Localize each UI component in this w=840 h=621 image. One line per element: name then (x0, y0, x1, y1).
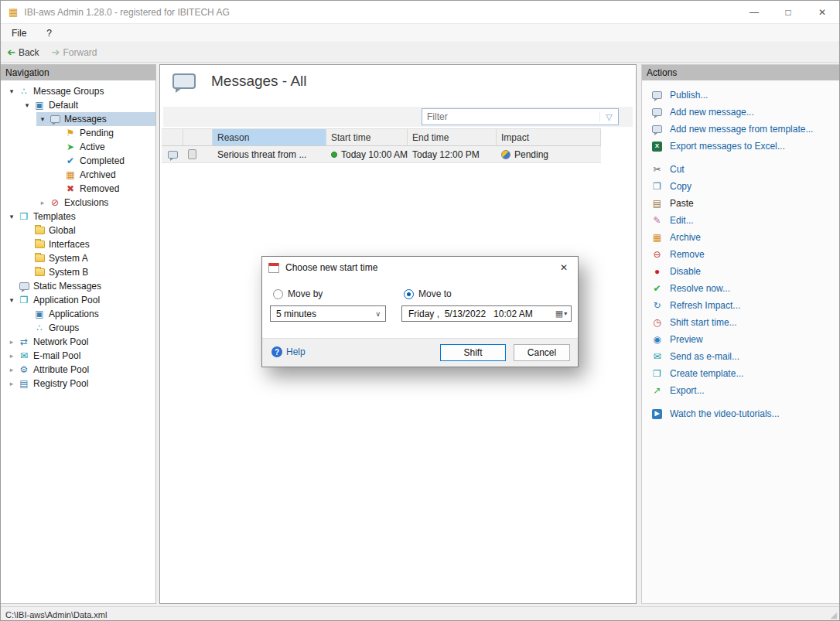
column-header-impact[interactable]: Impact (497, 129, 601, 145)
tree-item-application-pool[interactable]: ▾ ❐ Application Pool (5, 293, 155, 307)
tree-item-global[interactable]: Global (21, 223, 155, 237)
chevron-right-icon[interactable]: ▸ (5, 380, 18, 387)
column-header-end-time[interactable]: End time (408, 129, 497, 145)
action-add-new-message[interactable]: Add new message... (642, 104, 840, 121)
navigation-panel: Navigation ▾ ∴ Message Groups ▾ ▣ Defaul… (1, 64, 156, 604)
actions-header: Actions (642, 65, 840, 80)
action-cut[interactable]: ✂ Cut (642, 161, 840, 178)
tree-item-registry-pool[interactable]: ▸ ▤ Registry Pool (5, 377, 155, 391)
dialog-close-icon[interactable]: ✕ (550, 257, 578, 278)
tree-item-exclusions[interactable]: ▸ ⊘ Exclusions (36, 196, 155, 210)
message-groups-icon: ∴ (18, 87, 30, 96)
column-header-start-time[interactable]: Start time (326, 129, 408, 145)
remove-icon: ⊖ (651, 250, 663, 259)
action-archive[interactable]: ▦ Archive (642, 229, 840, 246)
tree-item-email-pool[interactable]: ▸ ✉ E-mail Pool (5, 349, 155, 363)
tree-item-groups[interactable]: ∴ Groups (21, 321, 155, 335)
action-add-message-from-template[interactable]: Add new message from template... (642, 121, 840, 138)
tree-item-removed[interactable]: ✖ Removed (52, 182, 155, 196)
chevron-right-icon[interactable]: ▸ (36, 199, 49, 206)
close-button[interactable]: ✕ (805, 1, 839, 23)
tree-item-templates[interactable]: ▾ ❒ Templates (5, 210, 155, 223)
maximize-button[interactable]: □ (771, 1, 805, 23)
tree-item-completed[interactable]: ✔ Completed (52, 154, 155, 168)
tree-label: System B (49, 267, 88, 278)
registry-pool-icon: ▤ (18, 379, 30, 388)
menu-file[interactable]: File (12, 28, 26, 39)
tree-item-interfaces[interactable]: Interfaces (21, 237, 155, 251)
calendar-dropdown-button[interactable]: ▦ ▾ (551, 306, 571, 321)
shift-button[interactable]: Shift (440, 344, 506, 361)
chevron-right-icon[interactable]: ▸ (5, 366, 18, 374)
resize-grip[interactable]: ◢ (831, 610, 837, 620)
date-time-input[interactable]: Friday , 5/13/2022 10:02 AM ▦ ▾ (401, 305, 572, 322)
calendar-dialog-icon (268, 263, 279, 273)
cancel-button[interactable]: Cancel (514, 344, 570, 361)
action-label: Paste (670, 198, 694, 209)
action-paste[interactable]: ▤ Paste (642, 195, 840, 212)
radio-unselected-icon[interactable] (273, 289, 283, 299)
action-resolve-now[interactable]: ✔ Resolve now... (642, 280, 840, 297)
action-watch-video-tutorials[interactable]: ▶ Watch the video-tutorials... (642, 405, 840, 422)
action-export[interactable]: ↗ Export... (642, 382, 840, 399)
date-time-value: Friday , 5/13/2022 10:02 AM (402, 309, 533, 319)
tree-item-system-a[interactable]: System A (21, 251, 155, 265)
tree-item-default[interactable]: ▾ ▣ Default (21, 98, 155, 112)
tree-item-pending[interactable]: ⚑ Pending (52, 126, 155, 140)
filter-input[interactable] (422, 111, 599, 122)
table-header: Reason Start time End time Impact (162, 128, 601, 146)
table-row[interactable]: Serious threat from ... Today 10:00 AM T… (162, 146, 601, 163)
interval-select[interactable]: 5 minutes ∨ (270, 305, 386, 322)
action-label: Copy (670, 181, 691, 192)
action-publish[interactable]: Publish... (642, 87, 840, 104)
chevron-down-icon[interactable]: ▾ (21, 101, 33, 109)
chevron-right-icon[interactable]: ▸ (5, 352, 18, 360)
action-shift-start-time[interactable]: ◷ Shift start time... (642, 314, 840, 331)
column-header-type[interactable] (162, 129, 183, 145)
radio-selected-icon[interactable] (404, 289, 414, 299)
back-button[interactable]: ➔ Back (7, 47, 39, 58)
dialog-title-bar: Choose new start time ✕ (262, 257, 578, 278)
filter-icon[interactable]: ▽ (599, 112, 618, 122)
tree-item-system-b[interactable]: System B (21, 265, 155, 279)
chevron-down-icon[interactable]: ▾ (36, 115, 49, 123)
tree-item-network-pool[interactable]: ▸ ⇄ Network Pool (5, 335, 155, 349)
tree-item-applications[interactable]: ▣ Applications (21, 307, 155, 321)
action-copy[interactable]: ❐ Copy (642, 178, 840, 195)
email-icon: ✉ (651, 352, 663, 361)
action-send-as-email[interactable]: ✉ Send as e-mail... (642, 348, 840, 365)
action-label: Add new message from template... (670, 124, 813, 135)
menu-help[interactable]: ? (46, 28, 52, 39)
action-export-to-excel[interactable]: X Export messages to Excel... (642, 138, 840, 155)
groups-icon: ∴ (33, 323, 46, 333)
chevron-down-icon[interactable]: ▾ (5, 296, 18, 304)
tree-item-archived[interactable]: ▦ Archived (52, 168, 155, 182)
column-header-reason[interactable]: Reason (213, 129, 326, 145)
action-edit[interactable]: ✎ Edit... (642, 212, 840, 229)
tree-item-messages[interactable]: ▾ Messages (36, 112, 155, 126)
move-by-radio[interactable]: Move by (273, 288, 323, 299)
shift-time-icon: ◷ (651, 318, 663, 327)
forward-button[interactable]: ➔ Forward (52, 47, 97, 58)
column-header-note[interactable] (183, 129, 213, 145)
chevron-down-icon[interactable]: ▾ (5, 87, 18, 95)
tree-item-static-messages[interactable]: Static Messages (5, 279, 155, 293)
chevron-right-icon[interactable]: ▸ (5, 338, 18, 346)
tree-item-attribute-pool[interactable]: ▸ ⚙ Attribute Pool (5, 363, 155, 377)
chevron-down-icon[interactable]: ▾ (5, 213, 18, 220)
minimize-button[interactable]: — (737, 1, 771, 23)
move-to-radio[interactable]: Move to (404, 288, 452, 299)
action-remove[interactable]: ⊖ Remove (642, 246, 840, 263)
status-path: C:\IBI-aws\Admin\Data.xml (5, 610, 107, 619)
action-preview[interactable]: ◉ Preview (642, 331, 840, 348)
action-create-template[interactable]: ❒ Create template... (642, 365, 840, 382)
tree-item-active[interactable]: ➤ Active (52, 140, 155, 154)
impact-globe-icon (501, 150, 510, 159)
window-controls: — □ ✕ (737, 1, 839, 23)
action-disable[interactable]: ● Disable (642, 263, 840, 280)
action-refresh-impact[interactable]: ↻ Refresh Impact... (642, 297, 840, 314)
action-label: Cut (670, 164, 685, 175)
help-link[interactable]: ? Help (271, 346, 306, 357)
menu-bar: File ? (1, 24, 839, 43)
tree-item-message-groups[interactable]: ▾ ∴ Message Groups (5, 84, 155, 98)
